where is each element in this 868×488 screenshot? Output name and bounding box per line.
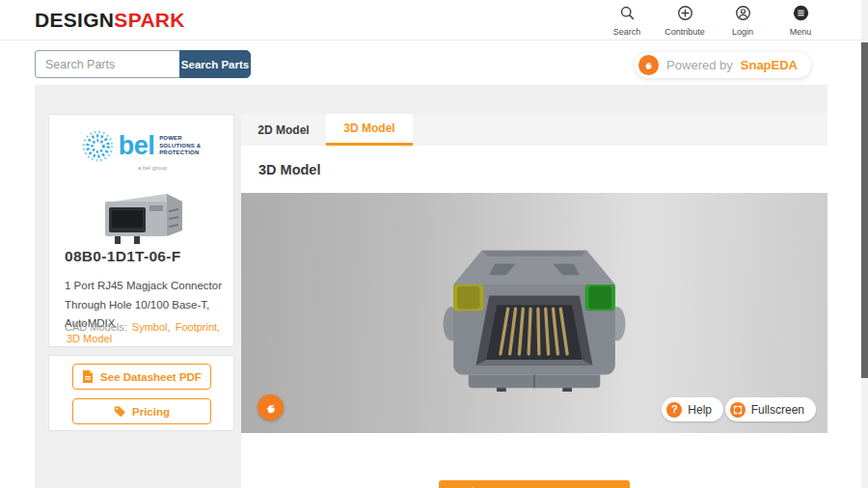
search-parts-button[interactable]: Search Parts (179, 50, 251, 78)
product-photo (95, 188, 188, 248)
help-icon: ? (666, 402, 682, 418)
help-label: Help (688, 403, 712, 417)
fullscreen-label: Fullscreen (751, 403, 804, 417)
logo-text-spark: SPARK (114, 9, 184, 31)
model-tab-bar: 2D Model 3D Model (241, 114, 827, 146)
rj45-3d-model[interactable] (440, 243, 629, 393)
bel-tagline-line2: SOLUTIONS & (159, 143, 201, 150)
search-parts-input[interactable] (35, 50, 179, 78)
panel-heading: 3D Model (258, 162, 320, 177)
cad-link-3d-model[interactable]: 3D Model (67, 333, 112, 344)
model-panel: 2D Model 3D Model 3D Model (241, 114, 827, 488)
page: DESIGNSPARK Search Contribute Login Menu (0, 0, 868, 488)
fullscreen-icon (730, 402, 746, 418)
nav-contribute[interactable]: Contribute (663, 5, 707, 37)
cad-link-symbol[interactable]: Symbol, (132, 321, 171, 333)
help-question-glyph: ? (671, 404, 678, 415)
bel-logo: bel POWER SOLUTIONS & PROTECTION (49, 130, 233, 162)
snapeda-viewer-logo[interactable] (258, 394, 284, 420)
designspark-logo[interactable]: DESIGNSPARK (35, 9, 185, 32)
top-header: DESIGNSPARK Search Contribute Login Menu (0, 0, 861, 41)
snapeda-brand-text: SnapEDA (741, 58, 798, 72)
snapeda-mascot-icon (263, 400, 279, 416)
nav-login-label: Login (732, 27, 753, 37)
search-row: Search Parts Powered by SnapEDA (0, 41, 861, 85)
bel-tagline-line3: PROTECTION (159, 149, 201, 157)
tab-3d-model[interactable]: 3D Model (326, 114, 413, 146)
pricing-label: Pricing (132, 406, 170, 418)
3d-viewer-canvas[interactable]: ? Help Fullscreen (241, 193, 827, 433)
scrollbar-thumb[interactable] (861, 42, 868, 378)
bel-tagline-line1: POWER (159, 135, 201, 143)
login-icon (735, 5, 751, 25)
cad-link-footprint[interactable]: Footprint, (176, 321, 220, 333)
search-icon (619, 5, 636, 25)
nav-login[interactable]: Login (720, 5, 765, 37)
header-nav: Search Contribute Login Menu (605, 5, 823, 37)
help-button[interactable]: ? Help (662, 397, 723, 421)
powered-by-text: Powered by (666, 58, 733, 72)
fullscreen-button[interactable]: Fullscreen (725, 397, 816, 421)
pricing-button[interactable]: Pricing (72, 398, 211, 424)
product-card: bel POWER SOLUTIONS & PROTECTION a bel g… (48, 114, 234, 347)
cad-models-line: CAD Models: Symbol, Footprint, 3D Model (65, 321, 233, 344)
part-number: 08B0-1D1T-06-F (65, 248, 181, 265)
search-group: Search Parts (35, 50, 251, 78)
cad-models-label: CAD Models: (65, 321, 127, 333)
logo-text-design: DESIGN (35, 9, 114, 31)
actions-card: See Datasheet PDF Pricing (48, 355, 234, 431)
contribute-icon (677, 5, 693, 25)
bel-group-subtext: a bel group (138, 165, 167, 171)
nav-search[interactable]: Search (605, 5, 649, 37)
nav-menu[interactable]: Menu (778, 5, 823, 37)
download-3d-model-button[interactable]: Download 3D Model (439, 480, 630, 488)
nav-contribute-label: Contribute (665, 27, 705, 37)
nav-search-label: Search (613, 27, 641, 37)
tab-2d-model[interactable]: 2D Model (241, 114, 326, 146)
scrollbar-track[interactable] (861, 0, 868, 488)
pdf-file-icon (82, 370, 94, 383)
powered-by-snapeda-badge[interactable]: Powered by SnapEDA (635, 52, 811, 78)
bel-logo-icon (82, 130, 114, 162)
price-tag-icon (114, 405, 125, 418)
model-panel-body: 3D Model (241, 146, 827, 488)
nav-menu-label: Menu (790, 27, 812, 37)
menu-icon (793, 5, 809, 25)
see-datasheet-pdf-button[interactable]: See Datasheet PDF (72, 364, 211, 390)
see-datasheet-pdf-label: See Datasheet PDF (100, 371, 202, 383)
content-container: bel POWER SOLUTIONS & PROTECTION a bel g… (35, 85, 827, 488)
bel-wordmark: bel (119, 133, 155, 159)
snapeda-mascot-icon (638, 55, 659, 75)
bel-tagline: POWER SOLUTIONS & PROTECTION (159, 135, 201, 157)
